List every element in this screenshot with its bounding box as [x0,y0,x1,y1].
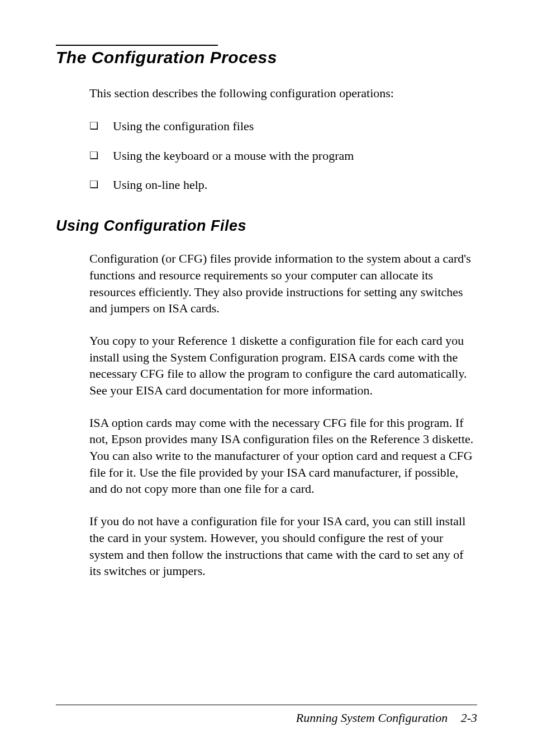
footer-text: Running System Configuration 2-3 [56,711,477,725]
list-item: ❏ Using on-line help. [89,177,477,194]
list-item: ❏ Using the configuration files [89,118,477,135]
bullet-text: Using the configuration files [113,118,254,135]
page-number: 2-3 [461,711,477,725]
bullet-square-icon: ❏ [89,177,98,193]
list-item: ❏ Using the keyboard or a mouse with the… [89,148,477,165]
footer-rule [56,705,477,705]
body-paragraph: If you do not have a configuration file … [89,513,477,579]
bullet-list: ❏ Using the configuration files ❏ Using … [89,118,477,194]
bullet-square-icon: ❏ [89,118,98,134]
main-heading: The Configuration Process [56,48,477,67]
sub-heading: Using Configuration Files [56,217,477,235]
bullet-text: Using on-line help. [113,177,207,194]
heading-rule [56,45,218,46]
bullet-square-icon: ❏ [89,148,98,164]
body-paragraph: You copy to your Reference 1 diskette a … [89,332,477,399]
bullet-text: Using the keyboard or a mouse with the p… [113,148,354,165]
body-paragraph: ISA option cards may come with the neces… [89,415,477,497]
body-paragraph: Configuration (or CFG) files provide inf… [89,250,477,317]
page-footer: Running System Configuration 2-3 [56,705,477,725]
footer-title: Running System Configuration [296,711,448,725]
intro-text: This section describes the following con… [89,85,477,102]
